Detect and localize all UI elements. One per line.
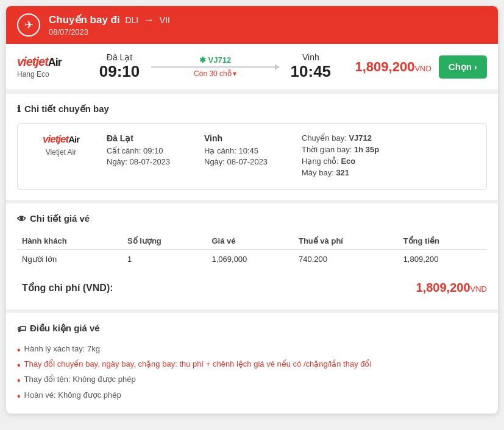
chevron-right-icon: › bbox=[474, 62, 477, 72]
price-table: Hành khách Số lượng Giá vé Thuế và phí T… bbox=[17, 233, 487, 269]
col-tax: Thuế và phí bbox=[294, 233, 399, 250]
conditions-section: 🏷 Điều kiện giá vé Hành lý xách tay: 7kg… bbox=[6, 309, 498, 414]
departure-city: Đà Lạt bbox=[95, 52, 144, 62]
seats-label: Còn 30 chỗ bbox=[194, 69, 232, 78]
detail-dep-takeoff-label: Cất cánh: bbox=[107, 146, 141, 155]
price-amount: 1,809,200 bbox=[355, 59, 415, 74]
price-currency: VND bbox=[414, 64, 431, 73]
detail-airline: vietjetAir Vietjet Air bbox=[27, 133, 94, 157]
price-table-header: Hành khách Số lượng Giá vé Thuế và phí T… bbox=[17, 233, 487, 250]
conditions-title-text: Điều kiện giá vé bbox=[30, 323, 100, 334]
info-flight-value: VJ712 bbox=[349, 133, 372, 143]
header-date: 08/07/2023 bbox=[49, 27, 170, 37]
price-detail-title: 👁 Chi tiết giá vé bbox=[17, 213, 487, 224]
total-label: Tổng chi phí (VND): bbox=[17, 282, 113, 294]
detail-arr-land: Hạ cánh: 10:45 bbox=[204, 146, 289, 155]
detail-arr-date: 08-07-2023 bbox=[227, 157, 268, 166]
flight-number: ✱ VJ712 bbox=[199, 55, 232, 65]
list-item: Thay đổi chuyến bay, ngày bay, chặng bay… bbox=[17, 358, 487, 373]
chevron-down-icon: ▾ bbox=[233, 69, 236, 78]
table-row: Người lớn 1 1,069,000 740,200 1,809,200 bbox=[17, 250, 487, 269]
flight-card: ✈ Chuyến bay đi DLI → VII 08/07/2023 vie… bbox=[6, 6, 498, 414]
cell-passenger: Người lớn bbox=[17, 250, 122, 269]
flight-arrow bbox=[151, 66, 279, 68]
col-total: Tổng tiền bbox=[399, 233, 487, 250]
list-item: Hành lý xách tay: 7kg bbox=[17, 342, 487, 358]
col-passenger: Hành khách bbox=[17, 233, 122, 250]
conditions-list: Hành lý xách tay: 7kg Thay đổi chuyến ba… bbox=[17, 342, 487, 404]
detail-arr-time: 10:45 bbox=[238, 146, 258, 155]
from-code: DLI bbox=[125, 15, 138, 25]
flight-middle: ✱ VJ712 Còn 30 chỗ ▾ bbox=[144, 55, 286, 78]
detail-airline-name: Vietjet Air bbox=[46, 148, 76, 157]
info-duration: Thời gian bay: 1h 35p bbox=[302, 145, 477, 154]
info-duration-label: Thời gian bay: bbox=[302, 145, 352, 154]
departure-time: 09:10 bbox=[95, 62, 144, 81]
flight-number-text: VJ712 bbox=[208, 55, 232, 65]
info-class-value: Eco bbox=[341, 157, 355, 166]
tag-icon: 🏷 bbox=[17, 323, 26, 334]
header-title: Chuyến bay đi DLI → VII bbox=[49, 13, 170, 26]
info-icon: ℹ bbox=[17, 104, 21, 115]
arrival-info: Vinh 10:45 bbox=[286, 52, 335, 81]
arrow-icon: → bbox=[144, 14, 154, 26]
detail-arr-land-label: Hạ cánh: bbox=[204, 146, 236, 155]
price-detail-title-text: Chi tiết giá vé bbox=[30, 213, 90, 224]
flight-detail-box: vietjetAir Vietjet Air Đà Lạt Cất cánh: … bbox=[17, 123, 487, 190]
info-duration-value: 1h 35p bbox=[354, 145, 379, 154]
select-button[interactable]: Chọn › bbox=[439, 55, 487, 79]
flight-detail-title-text: Chi tiết chuyến bay bbox=[24, 104, 109, 115]
info-plane-value: 321 bbox=[336, 168, 349, 177]
cell-quantity: 1 bbox=[122, 250, 207, 269]
header-text: Chuyến bay đi DLI → VII 08/07/2023 bbox=[49, 13, 170, 37]
header: ✈ Chuyến bay đi DLI → VII 08/07/2023 bbox=[6, 6, 498, 44]
flight-icon: ✈ bbox=[17, 13, 40, 37]
eye-icon: 👁 bbox=[17, 214, 26, 224]
flight-summary-row: vietjetAir Hang Eco Đà Lạt 09:10 ✱ VJ712… bbox=[6, 44, 498, 90]
cell-tax: 740,200 bbox=[294, 250, 399, 269]
arrival-time: 10:45 bbox=[286, 62, 335, 81]
detail-arr-city: Vinh bbox=[204, 133, 289, 143]
price-detail-section: 👁 Chi tiết giá vé Hành khách Số lượng Gi… bbox=[6, 200, 498, 309]
select-label: Chọn bbox=[449, 62, 472, 72]
info-flight: Chuyến bay: VJ712 bbox=[302, 133, 477, 143]
list-item: Thay đổi tên: Không được phép bbox=[17, 373, 487, 388]
conditions-title: 🏷 Điều kiện giá vé bbox=[17, 323, 487, 334]
total-amount: 1,809,200 bbox=[416, 281, 470, 294]
info-flight-label: Chuyến bay: bbox=[302, 133, 347, 143]
total-currency: VND bbox=[470, 284, 487, 294]
col-ticket-price: Giá vé bbox=[207, 233, 293, 250]
list-item: Hoàn vé: Không được phép bbox=[17, 389, 487, 404]
condition-1: Thay đổi chuyến bay, ngày bay, chặng bay… bbox=[24, 359, 372, 368]
info-plane-label: Máy bay: bbox=[302, 168, 334, 177]
vietjet-logo-text: vietjetAir bbox=[17, 55, 84, 69]
detail-dep-city: Đà Lạt bbox=[107, 133, 192, 143]
detail-arr-date-label: Ngày: bbox=[204, 157, 225, 166]
star-icon: ✱ bbox=[199, 55, 206, 65]
detail-arr-date-row: Ngày: 08-07-2023 bbox=[204, 157, 289, 166]
airline-logo: vietjetAir Hang Eco bbox=[17, 55, 84, 79]
info-plane: Máy bay: 321 bbox=[302, 168, 477, 177]
detail-dep-date-row: Ngày: 08-07-2023 bbox=[107, 157, 192, 166]
detail-dep-date: 08-07-2023 bbox=[130, 157, 171, 166]
info-class: Hạng chỗ: Eco bbox=[302, 157, 477, 166]
departure-info: Đà Lạt 09:10 bbox=[95, 52, 144, 81]
condition-0: Hành lý xách tay: 7kg bbox=[24, 344, 100, 353]
flight-detail-title: ℹ Chi tiết chuyến bay bbox=[17, 104, 487, 115]
cell-ticket-price: 1,069,000 bbox=[207, 250, 293, 269]
detail-arrival: Vinh Hạ cánh: 10:45 Ngày: 08-07-2023 bbox=[204, 133, 289, 168]
price-section: 1,809,200VND bbox=[346, 59, 431, 75]
detail-flight-info: Chuyến bay: VJ712 Thời gian bay: 1h 35p … bbox=[302, 133, 477, 180]
detail-departure: Đà Lạt Cất cánh: 09:10 Ngày: 08-07-2023 bbox=[107, 133, 192, 168]
to-code: VII bbox=[160, 15, 170, 25]
flight-detail-section: ℹ Chi tiết chuyến bay vietjetAir Vietjet… bbox=[6, 90, 498, 200]
arrival-city: Vinh bbox=[286, 52, 335, 62]
detail-dep-takeoff: Cất cánh: 09:10 bbox=[107, 146, 192, 155]
condition-2: Thay đổi tên: Không được phép bbox=[24, 375, 136, 384]
seats-badge[interactable]: Còn 30 chỗ ▾ bbox=[194, 69, 236, 78]
detail-dep-time: 09:10 bbox=[143, 146, 163, 155]
airline-class: Hang Eco bbox=[17, 70, 84, 79]
total-amount-section: 1,809,200VND bbox=[416, 281, 487, 295]
col-quantity: Số lượng bbox=[122, 233, 207, 250]
info-class-label: Hạng chỗ: bbox=[302, 157, 339, 166]
